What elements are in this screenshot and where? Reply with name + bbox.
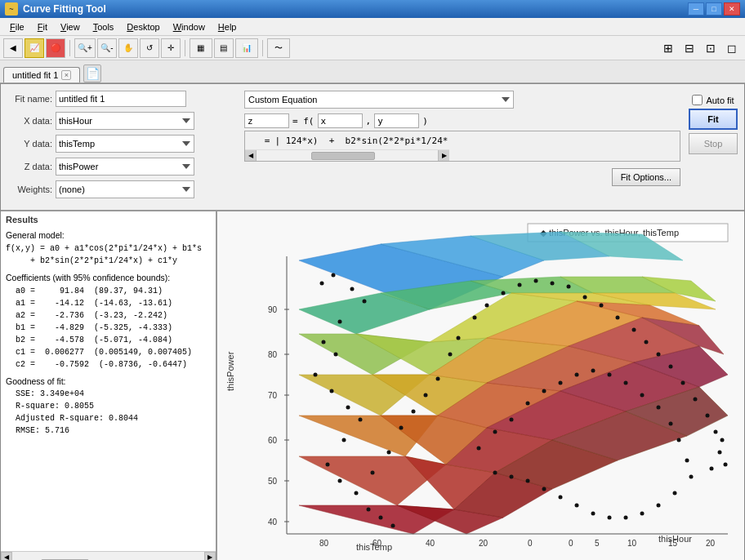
svg-point-80 — [706, 414, 710, 418]
stop-button[interactable]: Stop — [689, 133, 738, 154]
auto-fit-row: Auto fit — [692, 95, 734, 105]
chart-button[interactable]: 📊 — [235, 38, 258, 58]
fit-options-button[interactable]: Fit Options... — [612, 168, 680, 186]
center-form: Custom Equation Polynomial Fourier = f( … — [244, 91, 680, 186]
svg-point-50 — [346, 406, 350, 410]
scroll-left-arrow[interactable]: ◀ — [245, 150, 257, 161]
weights-select-wrapper: (none) — [56, 180, 194, 198]
svg-point-116 — [332, 273, 336, 278]
bottom-area: Results General model: f(x,y) = a0 + a1*… — [1, 211, 744, 560]
formula-scroll-area[interactable]: | 124*x) + b2*sin(2*2*pi*1/24* — [274, 134, 450, 148]
layout-btn-4[interactable]: ◻ — [722, 38, 742, 58]
window-controls: ─ □ ✕ — [688, 2, 740, 16]
scroll-right-arrow[interactable]: ▶ — [438, 150, 449, 161]
menu-file[interactable]: File — [3, 20, 31, 33]
fit-button[interactable]: Fit — [689, 109, 738, 130]
tab-bar: untitled fit 1 × 📄 — [0, 60, 745, 83]
svg-point-92 — [608, 373, 612, 377]
menu-fit[interactable]: Fit — [31, 20, 54, 33]
wave-button[interactable]: 〜 — [267, 38, 290, 58]
svg-point-85 — [493, 430, 497, 434]
tab-close-button[interactable]: × — [61, 70, 71, 80]
minimize-button[interactable]: ─ — [688, 2, 704, 16]
general-model-label: General model: — [6, 229, 211, 242]
goodness-label: Goodness of fit: — [6, 376, 211, 389]
svg-point-102 — [640, 512, 645, 516]
new-tab-button[interactable]: 📄 — [83, 64, 101, 82]
fit-tab[interactable]: untitled fit 1 × — [3, 67, 80, 82]
menu-window[interactable]: Window — [167, 20, 212, 33]
ydata-label: Y data: — [7, 139, 52, 149]
fit-name-group: Fit name: — [7, 91, 236, 107]
svg-point-118 — [720, 438, 725, 442]
layout-btn-3[interactable]: ⊡ — [701, 38, 720, 58]
menu-tools[interactable]: Tools — [87, 20, 121, 33]
rotate-button[interactable]: ↺ — [140, 38, 159, 58]
y-variable-input[interactable] — [374, 113, 419, 128]
svg-point-68 — [534, 279, 538, 283]
color-button[interactable]: 🔴 — [46, 38, 65, 58]
ydata-select[interactable]: thisTemp — [56, 135, 194, 153]
close-button[interactable]: ✕ — [724, 2, 740, 16]
menu-view[interactable]: View — [54, 20, 87, 33]
svg-text:60: 60 — [268, 436, 278, 445]
goodness-section: Goodness of fit: SSE: 3.349e+04 R-square… — [6, 376, 211, 438]
svg-text:0: 0 — [569, 539, 573, 548]
svg-point-97 — [677, 438, 681, 442]
svg-point-78 — [681, 381, 685, 385]
eq-variable-row: = f( , ) — [244, 113, 680, 128]
svg-text:20: 20 — [706, 539, 716, 548]
formula-text: | 124*x) + b2*sin(2*2*pi*1/24* — [274, 134, 450, 148]
general-model-section: General model: f(x,y) = a0 + a1*cos(2*pi… — [6, 229, 211, 267]
svg-point-53 — [326, 463, 330, 467]
grid-view-button[interactable]: ▦ — [190, 38, 212, 58]
zoom-out-button[interactable]: 🔍- — [97, 38, 117, 58]
fit-name-input[interactable] — [56, 91, 186, 107]
pan-button[interactable]: ✋ — [118, 38, 138, 58]
svg-point-98 — [685, 459, 689, 463]
eq-equals-sign: = — [245, 134, 274, 148]
svg-point-60 — [424, 393, 428, 398]
results-panel: Results General model: f(x,y) = a0 + a1*… — [1, 211, 217, 560]
results-scroll-left[interactable]: ◀ — [1, 552, 12, 560]
app-icon: ~ — [5, 2, 18, 16]
back-button[interactable]: ◀ — [3, 38, 23, 58]
menu-bar: File Fit View Tools Desktop Window Help — [0, 18, 745, 36]
xdata-select[interactable]: thisHour — [56, 112, 194, 130]
menu-desktop[interactable]: Desktop — [120, 20, 166, 33]
svg-point-70 — [567, 285, 571, 289]
auto-fit-checkbox[interactable] — [692, 95, 703, 105]
z-variable-input[interactable] — [244, 113, 289, 128]
zoom-in-button[interactable]: 🔍+ — [74, 38, 96, 58]
fit-icon-button[interactable]: 📈 — [25, 38, 44, 58]
layout-btn-1[interactable]: ⊞ — [658, 38, 678, 58]
maximize-button[interactable]: □ — [706, 2, 722, 16]
svg-text:80: 80 — [268, 350, 278, 359]
svg-point-104 — [608, 516, 612, 520]
svg-point-69 — [551, 282, 555, 286]
menu-help[interactable]: Help — [212, 20, 243, 33]
svg-point-105 — [591, 512, 596, 516]
weights-select[interactable]: (none) — [56, 180, 194, 198]
results-scroll-right[interactable]: ▶ — [204, 552, 216, 560]
svg-text:5: 5 — [595, 539, 600, 548]
zdata-select-wrapper: thisPower — [56, 158, 194, 176]
layout-btn-2[interactable]: ⊟ — [680, 38, 699, 58]
svg-point-101 — [657, 504, 661, 508]
formula-scrollbar[interactable]: ◀ ▶ — [245, 149, 449, 161]
equation-type-select[interactable]: Custom Equation Polynomial Fourier — [244, 91, 514, 109]
x-variable-input[interactable] — [318, 113, 363, 128]
data-cursor-button[interactable]: ✛ — [161, 38, 181, 58]
svg-point-88 — [542, 389, 546, 393]
scroll-thumb[interactable] — [311, 152, 375, 160]
weights-label: Weights: — [7, 184, 52, 194]
svg-point-54 — [338, 479, 342, 483]
svg-point-76 — [657, 353, 661, 357]
svg-point-51 — [359, 418, 363, 422]
list-view-button[interactable]: ▤ — [214, 38, 234, 58]
svg-point-81 — [714, 430, 718, 434]
ydata-group: Y data: thisTemp — [7, 135, 236, 153]
results-scrollbar[interactable]: ◀ ▶ — [1, 551, 216, 560]
svg-point-115 — [320, 282, 324, 286]
zdata-select[interactable]: thisPower — [56, 158, 194, 176]
